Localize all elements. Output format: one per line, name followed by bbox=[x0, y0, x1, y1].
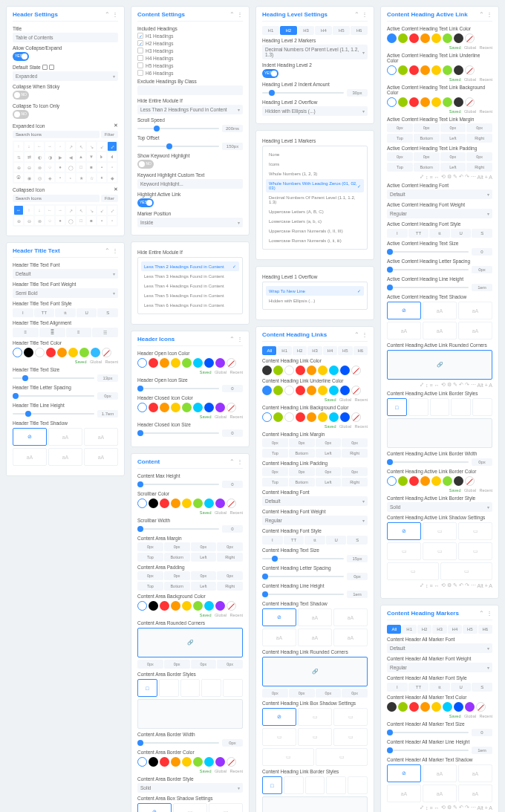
menu-icon[interactable]: ⋮ bbox=[112, 247, 118, 254]
style-btn[interactable]: I bbox=[262, 536, 283, 545]
tool-icon[interactable]: ⟲ bbox=[441, 174, 446, 180]
tool-icon[interactable]: ↔ bbox=[434, 583, 440, 588]
tool-icon[interactable]: ↶ bbox=[459, 582, 463, 588]
side-input[interactable]: 0px bbox=[164, 542, 190, 551]
side-input[interactable]: 0px bbox=[440, 152, 466, 161]
swatch[interactable] bbox=[182, 403, 192, 412]
color-picker[interactable] bbox=[137, 358, 147, 368]
toggle[interactable]: YES bbox=[137, 198, 154, 207]
swatch[interactable] bbox=[420, 702, 430, 712]
icon-option[interactable]: ↑ bbox=[25, 206, 33, 215]
border-side[interactable] bbox=[430, 398, 450, 416]
tool-icon[interactable]: ⋯ bbox=[471, 174, 476, 180]
tab-h3[interactable]: H3 bbox=[307, 346, 322, 355]
icon-option[interactable]: ↗ bbox=[66, 142, 75, 151]
side-input[interactable]: 0px bbox=[316, 467, 342, 476]
slider[interactable] bbox=[137, 528, 219, 530]
tool-icon[interactable]: ✎ bbox=[453, 805, 457, 811]
tool-icon[interactable]: ≡ bbox=[429, 583, 432, 588]
option[interactable]: Decimal Numbers Of Parent Level (1.1, 1.… bbox=[266, 193, 364, 207]
side-input[interactable]: 0px bbox=[387, 123, 413, 132]
icon-option[interactable]: ◯ bbox=[66, 216, 75, 225]
swatch[interactable] bbox=[409, 33, 419, 43]
shadow-none[interactable]: ⊘ bbox=[387, 522, 421, 540]
filter-button[interactable]: Filter bbox=[101, 131, 118, 138]
swatch-none[interactable] bbox=[465, 65, 475, 75]
option[interactable]: None bbox=[266, 150, 364, 159]
option[interactable]: Uppercase Roman Numerals (I, II, III) bbox=[266, 227, 364, 236]
shadow-opt[interactable]: aA bbox=[423, 302, 457, 319]
style-btn[interactable]: tt bbox=[304, 536, 325, 545]
option[interactable]: Less Than 6 Headings Found in Content bbox=[141, 301, 239, 310]
swatch[interactable] bbox=[149, 358, 158, 368]
tool-icon[interactable]: ⋯ bbox=[471, 382, 476, 388]
tool-icon[interactable]: ⚙ bbox=[447, 174, 452, 180]
tab-h2[interactable]: H2 bbox=[293, 346, 307, 355]
swatch[interactable] bbox=[182, 498, 192, 508]
select[interactable]: Regular bbox=[387, 209, 492, 218]
side-input[interactable]: 0px bbox=[262, 438, 288, 447]
swatch[interactable] bbox=[431, 97, 441, 107]
tool-icon[interactable]: ✎ bbox=[453, 382, 457, 388]
checkbox[interactable]: H2 Headings bbox=[137, 40, 243, 46]
shadow-opt[interactable]: ▭ bbox=[262, 748, 314, 766]
tool-icon[interactable]: ≡ bbox=[429, 175, 432, 180]
icon-option[interactable]: ☆ bbox=[87, 173, 96, 182]
icon-option[interactable]: ♦ bbox=[97, 173, 106, 182]
shadow-opt[interactable]: aA bbox=[84, 428, 118, 446]
swatch[interactable] bbox=[307, 412, 316, 422]
swatch[interactable] bbox=[409, 476, 419, 486]
icon-option[interactable]: ◐ bbox=[35, 152, 44, 161]
select[interactable]: Solid bbox=[137, 783, 243, 793]
option[interactable]: Whole Numbers (1, 2, 3) bbox=[266, 169, 364, 178]
icon-option[interactable]: ◑ bbox=[45, 152, 54, 161]
tab-h6[interactable]: H6 bbox=[351, 26, 368, 35]
close-icon[interactable]: ✕ bbox=[114, 186, 118, 192]
icon-option[interactable]: ★ bbox=[76, 173, 85, 182]
swatch[interactable] bbox=[296, 412, 305, 422]
swatch[interactable] bbox=[215, 757, 225, 767]
shadow-opt[interactable]: ▭ bbox=[262, 728, 296, 746]
swatch[interactable] bbox=[420, 65, 430, 75]
color-picker[interactable] bbox=[13, 348, 22, 357]
shadow-opt[interactable]: aA bbox=[262, 629, 296, 646]
option[interactable]: Hidden with Ellipsis (...) bbox=[266, 296, 364, 305]
icon-option[interactable]: ⋆ bbox=[66, 173, 75, 182]
icon-option[interactable]: → bbox=[56, 206, 65, 215]
shadow-opt[interactable]: ▭ bbox=[458, 522, 492, 540]
icon-option[interactable]: ⇄ bbox=[25, 152, 33, 161]
swatch[interactable] bbox=[204, 403, 214, 412]
icon-option[interactable]: ↘ bbox=[87, 206, 96, 215]
swatch[interactable] bbox=[182, 757, 192, 767]
side-input[interactable]: 0px bbox=[342, 689, 368, 698]
align-justify[interactable]: ☰ bbox=[92, 328, 118, 337]
select[interactable]: Less Than 2 Headings Found in Content bbox=[137, 105, 243, 114]
style-underline[interactable]: U bbox=[76, 308, 97, 317]
swatch-none[interactable] bbox=[351, 386, 361, 395]
style-btn[interactable]: U bbox=[451, 229, 472, 238]
swatch[interactable] bbox=[182, 601, 192, 611]
icon-option[interactable]: ◆ bbox=[108, 173, 117, 182]
icon-option[interactable]: ⏴ bbox=[108, 152, 117, 161]
corner-editor[interactable]: 🔗 bbox=[262, 657, 368, 686]
select[interactable]: Solid bbox=[387, 502, 492, 512]
slider[interactable] bbox=[387, 251, 469, 253]
style-strike[interactable]: S bbox=[97, 308, 118, 317]
tab-h4[interactable]: H4 bbox=[448, 625, 462, 634]
swatch-none[interactable] bbox=[476, 702, 486, 712]
option[interactable]: Lowercase Letters (a, b, c) bbox=[266, 217, 364, 226]
slider[interactable] bbox=[137, 128, 219, 129]
tool-icon[interactable]: ⋯ bbox=[471, 582, 476, 588]
border-side[interactable] bbox=[159, 679, 179, 697]
swatch[interactable] bbox=[443, 65, 452, 75]
swatch[interactable] bbox=[273, 366, 283, 375]
corner-editor[interactable]: 🔗 bbox=[137, 628, 243, 657]
shadow-opt[interactable]: ▭ bbox=[209, 803, 243, 812]
filter-button[interactable]: Filter bbox=[101, 195, 118, 202]
shadow-opt[interactable]: ▭ bbox=[387, 542, 421, 560]
icon-option[interactable]: ↑ bbox=[14, 142, 23, 151]
swatch[interactable] bbox=[307, 386, 316, 395]
border-side[interactable]: □ bbox=[137, 679, 157, 697]
side-input[interactable]: 0px bbox=[466, 152, 492, 161]
swatch[interactable] bbox=[182, 358, 192, 368]
